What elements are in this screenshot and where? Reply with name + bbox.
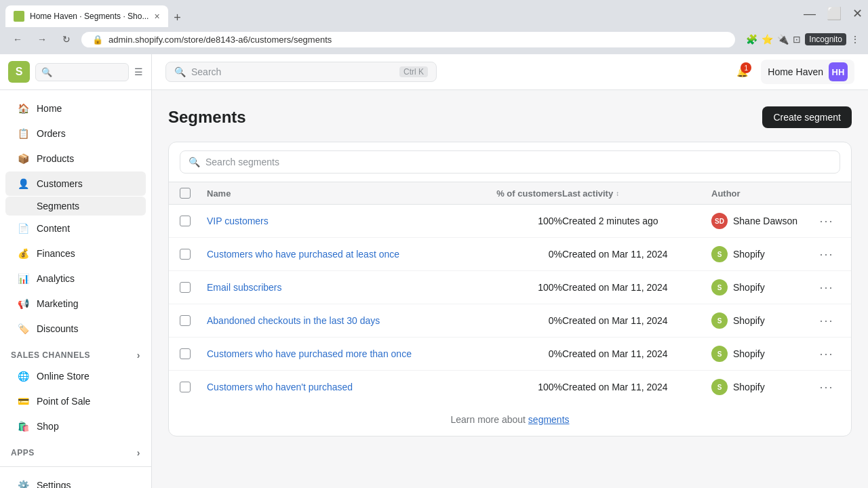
sidebar-item-marketing-label: Marketing [37, 298, 78, 309]
sidebar-nav: 🏠 Home 📋 Orders 📦 Products 👤 Customers S… [0, 90, 151, 466]
row-percent: 100% [460, 216, 562, 226]
home-icon: 🏠 [16, 102, 30, 115]
select-all-checkbox[interactable] [180, 188, 191, 199]
sidebar-item-finances[interactable]: 💰 Finances [5, 241, 146, 266]
sidebar-item-settings[interactable]: ⚙️ Settings [5, 473, 146, 488]
row-actions-menu[interactable]: ··· [813, 214, 840, 228]
sidebar-item-products[interactable]: 📦 Products [5, 146, 146, 171]
sidebar-item-shop[interactable]: 🛍️ Shop [5, 414, 146, 439]
author-avatar: S [711, 312, 728, 329]
author-name: Shane Dawson [733, 216, 797, 226]
row-checkbox[interactable] [180, 382, 207, 392]
row-actions-menu[interactable]: ··· [813, 247, 840, 262]
segments-link[interactable]: segments [528, 414, 570, 425]
header-author: Author [711, 188, 813, 199]
maximize-button[interactable]: ⬜ [827, 6, 842, 21]
search-placeholder: Search [191, 66, 221, 77]
row-actions-menu[interactable]: ··· [813, 281, 840, 295]
active-tab[interactable]: Home Haven · Segments · Sho... × [5, 5, 168, 27]
reload-button[interactable]: ↻ [57, 30, 76, 49]
row-activity: Created on Mar 11, 2024 [562, 348, 711, 359]
sidebar: S 🔍 ☰ 🏠 Home 📋 Orders 📦 Products 👤 Cus [0, 54, 152, 488]
orders-icon: 📋 [16, 127, 30, 140]
minimize-button[interactable]: — [804, 7, 816, 21]
forward-button[interactable]: → [33, 30, 52, 49]
new-tab-button[interactable]: + [168, 8, 187, 27]
sidebar-item-marketing[interactable]: 📢 Marketing [5, 291, 146, 316]
sidebar-item-online-store[interactable]: 🌐 Online Store [5, 364, 146, 388]
sidebar-item-orders-label: Orders [37, 128, 66, 139]
row-author: S Shopify [711, 312, 813, 329]
sidebar-item-discounts-label: Discounts [37, 323, 78, 334]
extension-icon[interactable]: 🧩 [746, 34, 757, 45]
header-percent: % of customers [460, 188, 562, 199]
header-activity[interactable]: Last activity ↕ [562, 188, 711, 199]
address-bar[interactable]: 🔒 admin.shopify.com/store/de8143-a6/cust… [81, 32, 735, 47]
row-name[interactable]: Abandoned checkouts in the last 30 days [207, 315, 460, 326]
sidebar-footer: ⚙️ Settings [0, 466, 151, 488]
sidebar-item-segments-label: Segments [37, 201, 79, 211]
row-actions-menu[interactable]: ··· [813, 380, 840, 394]
table-row[interactable]: Customers who haven't purchased 100% Cre… [169, 371, 851, 403]
sidebar-search-input[interactable]: 🔍 [35, 63, 129, 81]
row-percent: 0% [460, 315, 562, 326]
sidebar-item-content-label: Content [37, 223, 70, 234]
sidebar-item-customers[interactable]: 👤 Customers [5, 171, 146, 196]
row-actions-menu[interactable]: ··· [813, 347, 840, 361]
more-options-icon[interactable]: ⋮ [850, 34, 860, 45]
sales-channels-expand-icon[interactable]: › [137, 350, 140, 361]
table-row[interactable]: Customers who have purchased more than o… [169, 338, 851, 371]
notification-button[interactable]: 🔔 1 [731, 61, 753, 83]
page-title: Segments [168, 108, 246, 127]
row-checkbox[interactable] [180, 348, 207, 359]
table-row[interactable]: Email subscribers 100% Created on Mar 11… [169, 271, 851, 304]
row-actions-menu[interactable]: ··· [813, 314, 840, 328]
store-name: Home Haven [768, 66, 823, 77]
row-percent: 100% [460, 382, 562, 392]
header-name-label: Name [207, 188, 231, 199]
row-activity: Created on Mar 11, 2024 [562, 382, 711, 392]
row-checkbox[interactable] [180, 315, 207, 326]
create-segment-button[interactable]: Create segment [762, 106, 852, 128]
close-button[interactable]: ✕ [852, 6, 863, 21]
header-activity-label: Last activity [562, 188, 613, 199]
row-name[interactable]: Customers who haven't purchased [207, 382, 460, 392]
author-avatar: S [711, 379, 728, 395]
author-name: Shopify [733, 282, 765, 293]
sidebar-item-segments[interactable]: Segments [5, 197, 146, 216]
row-name[interactable]: Customers who have purchased at least on… [207, 249, 460, 260]
sidebar-item-discounts[interactable]: 🏷️ Discounts [5, 317, 146, 341]
row-checkbox[interactable] [180, 282, 207, 293]
sidebar-item-analytics[interactable]: 📊 Analytics [5, 266, 146, 291]
row-author: SD Shane Dawson [711, 213, 813, 229]
table-row[interactable]: Abandoned checkouts in the last 30 days … [169, 304, 851, 338]
split-view-icon[interactable]: ⊡ [793, 34, 801, 45]
store-selector[interactable]: Home Haven HH [761, 60, 854, 84]
row-percent: 0% [460, 348, 562, 359]
apps-expand-icon[interactable]: › [137, 447, 140, 458]
back-button[interactable]: ← [8, 30, 27, 49]
sidebar-toggle-icon[interactable]: ☰ [134, 66, 143, 77]
row-name[interactable]: VIP customers [207, 216, 460, 226]
row-percent: 0% [460, 249, 562, 260]
extensions-menu-icon[interactable]: 🔌 [777, 34, 789, 45]
row-name[interactable]: Email subscribers [207, 282, 460, 293]
online-store-icon: 🌐 [16, 369, 30, 383]
segment-search-input[interactable] [205, 157, 831, 167]
url-text: admin.shopify.com/store/de8143-a6/custom… [108, 35, 332, 45]
row-checkbox[interactable] [180, 249, 207, 260]
browser-chrome: Home Haven · Segments · Sho... × + — ⬜ ✕ [0, 0, 868, 27]
tab-close-button[interactable]: × [154, 11, 159, 22]
bookmark-icon[interactable]: ⭐ [762, 34, 773, 45]
row-checkbox[interactable] [180, 216, 207, 226]
sidebar-item-home[interactable]: 🏠 Home [5, 96, 146, 121]
store-initials: HH [832, 67, 845, 77]
global-search[interactable]: 🔍 Search Ctrl K [165, 62, 437, 82]
table-row[interactable]: VIP customers 100% Created 2 minutes ago… [169, 205, 851, 238]
sidebar-item-point-of-sale[interactable]: 💳 Point of Sale [5, 389, 146, 413]
sidebar-item-orders[interactable]: 📋 Orders [5, 121, 146, 146]
shop-icon: 🛍️ [16, 420, 30, 433]
table-row[interactable]: Customers who have purchased at least on… [169, 238, 851, 271]
sidebar-item-content[interactable]: 📄 Content [5, 216, 146, 241]
row-name[interactable]: Customers who have purchased more than o… [207, 348, 460, 359]
